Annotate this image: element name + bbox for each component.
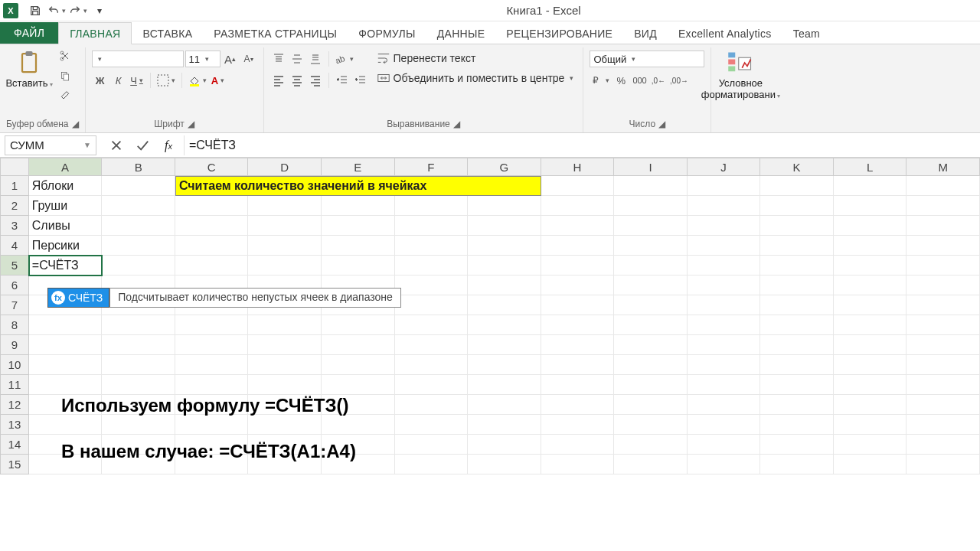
cell-E10[interactable]	[322, 355, 395, 375]
column-header-K[interactable]: K	[760, 158, 834, 176]
cell-J11[interactable]	[688, 375, 761, 395]
tab-home[interactable]: ГЛАВНАЯ	[58, 22, 132, 44]
cell-A11[interactable]	[29, 375, 103, 395]
cell-K15[interactable]	[760, 455, 834, 474]
row-header-7[interactable]: 7	[0, 295, 29, 315]
cell-M12[interactable]	[906, 395, 980, 415]
redo-button[interactable]	[69, 2, 87, 20]
cell-F5[interactable]	[395, 256, 469, 276]
cell-B1[interactable]	[102, 176, 175, 196]
cell-G11[interactable]	[468, 375, 541, 395]
cell-G3[interactable]	[468, 216, 541, 236]
cell-I2[interactable]	[614, 196, 688, 216]
cell-I11[interactable]	[614, 375, 688, 395]
column-header-M[interactable]: M	[906, 158, 980, 176]
cell-B2[interactable]	[102, 196, 175, 216]
cell-D4[interactable]	[248, 236, 322, 256]
column-header-H[interactable]: H	[541, 158, 615, 176]
increase-decimal-button[interactable]: ,0←	[650, 72, 667, 89]
cell-H2[interactable]	[541, 196, 615, 216]
bold-button[interactable]: Ж	[92, 72, 109, 89]
column-header-E[interactable]: E	[322, 158, 395, 176]
cell-G13[interactable]	[468, 415, 541, 435]
row-header-2[interactable]: 2	[0, 196, 29, 216]
cell-C1[interactable]: Считаем количество значений в ячейках	[175, 176, 541, 196]
cell-M10[interactable]	[906, 355, 980, 375]
cell-I6[interactable]	[614, 276, 688, 295]
cell-K14[interactable]	[760, 435, 834, 455]
cell-H1[interactable]	[541, 176, 615, 196]
cell-K10[interactable]	[760, 355, 834, 375]
dialog-launcher-icon[interactable]: ◢	[658, 119, 665, 129]
cell-C13[interactable]	[175, 415, 249, 435]
cell-F3[interactable]	[395, 216, 469, 236]
column-header-G[interactable]: G	[468, 158, 541, 176]
row-header-14[interactable]: 14	[0, 435, 29, 455]
cell-L12[interactable]	[834, 395, 907, 415]
cell-K7[interactable]	[760, 295, 834, 315]
column-header-F[interactable]: F	[395, 158, 469, 176]
cell-H14[interactable]	[541, 435, 615, 455]
number-format-select[interactable]: Общий	[590, 51, 704, 67]
grow-font-button[interactable]: A▴	[222, 51, 239, 67]
cell-J5[interactable]	[688, 256, 761, 276]
row-header-9[interactable]: 9	[0, 335, 29, 355]
shrink-font-button[interactable]: A▾	[240, 51, 257, 67]
cell-L1[interactable]	[834, 176, 907, 196]
cell-B3[interactable]	[102, 216, 175, 236]
decrease-decimal-button[interactable]: ,00→	[668, 72, 690, 89]
cell-C3[interactable]	[175, 216, 249, 236]
cell-D8[interactable]	[248, 315, 322, 335]
font-size-select[interactable]: 11	[185, 51, 220, 67]
merge-center-button[interactable]: Объединить и поместить в центре	[374, 70, 577, 86]
cell-L14[interactable]	[834, 435, 907, 455]
row-header-10[interactable]: 10	[0, 355, 29, 375]
cell-H13[interactable]	[541, 415, 615, 435]
cell-G12[interactable]	[468, 395, 541, 415]
cell-E13[interactable]	[322, 415, 395, 435]
row-header-8[interactable]: 8	[0, 315, 29, 335]
cell-L6[interactable]	[834, 276, 907, 295]
underline-button[interactable]: Ч	[129, 72, 145, 89]
orientation-button[interactable]: ab	[334, 51, 355, 67]
cell-L11[interactable]	[834, 375, 907, 395]
cell-J8[interactable]	[688, 315, 761, 335]
cell-M8[interactable]	[906, 315, 980, 335]
align-top-button[interactable]	[270, 51, 287, 67]
cell-D3[interactable]	[248, 216, 322, 236]
cell-K4[interactable]	[760, 236, 834, 256]
cell-J9[interactable]	[688, 335, 761, 355]
cell-A10[interactable]	[29, 355, 103, 375]
cell-K1[interactable]	[760, 176, 834, 196]
cell-F6[interactable]	[395, 276, 469, 295]
accounting-format-button[interactable]: ₽	[590, 72, 611, 89]
align-right-button[interactable]	[307, 72, 324, 89]
cell-K2[interactable]	[760, 196, 834, 216]
cell-L8[interactable]	[834, 315, 907, 335]
cell-B13[interactable]	[102, 415, 175, 435]
cell-F13[interactable]	[395, 415, 469, 435]
cell-I13[interactable]	[614, 415, 688, 435]
cell-M1[interactable]	[906, 176, 980, 196]
cell-I15[interactable]	[614, 455, 688, 474]
qat-customize-button[interactable]: ▾	[90, 2, 109, 20]
cell-G4[interactable]	[468, 236, 541, 256]
align-center-button[interactable]	[289, 72, 305, 89]
cell-J6[interactable]	[688, 276, 761, 295]
cell-E11[interactable]	[322, 375, 395, 395]
font-name-select[interactable]	[92, 51, 184, 67]
cell-A5[interactable]: =СЧЁТЗ	[29, 256, 103, 276]
cell-K13[interactable]	[760, 415, 834, 435]
fill-color-button[interactable]	[187, 72, 208, 89]
cut-button[interactable]	[57, 47, 74, 64]
tab-review[interactable]: РЕЦЕНЗИРОВАНИЕ	[495, 23, 623, 44]
dialog-launcher-icon[interactable]: ◢	[188, 119, 194, 129]
cell-J7[interactable]	[688, 295, 761, 315]
cell-L2[interactable]	[834, 196, 907, 216]
format-painter-button[interactable]	[57, 87, 74, 104]
cell-A9[interactable]	[29, 335, 103, 355]
cell-M14[interactable]	[906, 435, 980, 455]
cell-C11[interactable]	[175, 375, 249, 395]
cell-F9[interactable]	[395, 335, 469, 355]
cell-D5[interactable]	[248, 256, 322, 276]
